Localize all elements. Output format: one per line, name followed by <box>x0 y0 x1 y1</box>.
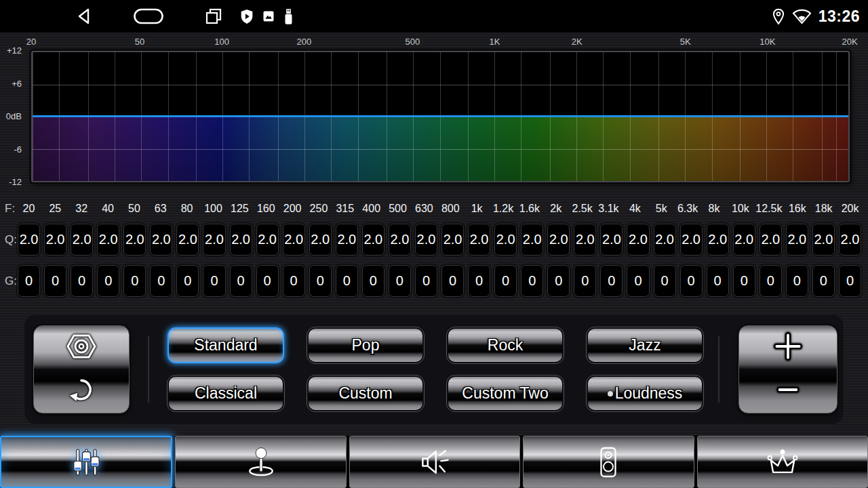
q-value-box[interactable]: 2.0 <box>71 224 93 256</box>
reset-icon <box>67 375 96 407</box>
tab-effects[interactable] <box>697 436 868 488</box>
gain-value-box[interactable]: 0 <box>707 265 729 297</box>
reset-button[interactable] <box>34 369 129 413</box>
gain-value-box[interactable]: 0 <box>203 265 225 297</box>
q-value-box[interactable]: 2.0 <box>627 224 649 256</box>
back-nav-icon[interactable] <box>76 7 92 25</box>
q-value-box[interactable]: 2.0 <box>839 224 861 256</box>
tab-volume[interactable] <box>349 436 520 488</box>
gain-value-box[interactable]: 0 <box>415 265 437 297</box>
gain-value-box[interactable]: 0 <box>176 265 199 297</box>
gain-value-box[interactable]: 0 <box>256 265 279 297</box>
q-value-box[interactable]: 2.0 <box>415 224 437 256</box>
q-value-box[interactable]: 2.0 <box>150 224 172 256</box>
bottom-tab-bar <box>0 436 868 488</box>
q-value-box[interactable]: 2.0 <box>707 224 729 256</box>
q-value-box[interactable]: 2.0 <box>203 224 225 256</box>
q-value-box[interactable]: 2.0 <box>44 224 66 256</box>
preset-button-pop[interactable]: Pop <box>307 327 424 363</box>
recents-nav-icon[interactable] <box>205 7 222 25</box>
gain-value-box[interactable]: 0 <box>389 265 411 297</box>
q-value-box[interactable]: 2.0 <box>176 224 199 256</box>
preset-button-rock[interactable]: Rock <box>447 327 564 363</box>
decrease-button[interactable] <box>739 369 837 413</box>
q-value-box[interactable]: 2.0 <box>389 224 411 256</box>
preset-button-jazz[interactable]: Jazz <box>587 327 703 363</box>
increase-button[interactable] <box>739 326 837 369</box>
gain-value-box[interactable]: 0 <box>839 265 861 297</box>
gain-value-box[interactable]: 0 <box>654 265 676 297</box>
gain-value-box[interactable]: 0 <box>123 265 146 297</box>
gain-value-box[interactable]: 0 <box>97 265 119 297</box>
q-value-box[interactable]: 2.0 <box>680 224 703 256</box>
gain-value-box[interactable]: 0 <box>547 265 570 297</box>
gain-value-box[interactable]: 0 <box>494 265 517 297</box>
preset-label: Custom Two <box>462 384 548 403</box>
q-value-box[interactable]: 2.0 <box>521 224 543 256</box>
gain-value-box[interactable]: 0 <box>812 265 835 297</box>
band-freq-label: 200 <box>281 199 304 218</box>
q-value-box[interactable]: 2.0 <box>362 224 384 256</box>
gain-value-box[interactable]: 0 <box>574 265 596 297</box>
preset-label: Rock <box>488 336 523 354</box>
gain-value-box[interactable]: 0 <box>18 265 40 297</box>
q-value-box[interactable]: 2.0 <box>733 224 755 256</box>
q-value-box[interactable]: 2.0 <box>574 224 596 256</box>
gain-value-box[interactable]: 0 <box>230 265 252 297</box>
band-freq-label: 630 <box>413 199 435 218</box>
gain-value-box[interactable]: 0 <box>283 265 305 297</box>
q-value-box[interactable]: 2.0 <box>468 224 490 256</box>
freq-scale-label: 20 <box>26 37 36 47</box>
hex-target-button[interactable] <box>34 326 129 369</box>
tab-equalizer[interactable] <box>0 436 172 488</box>
q-value-box[interactable]: 2.0 <box>123 224 146 256</box>
eq-curve-plot[interactable] <box>31 51 850 182</box>
gain-value-box[interactable]: 0 <box>680 265 703 297</box>
q-value-box[interactable]: 2.0 <box>547 224 570 256</box>
gain-step-button-group <box>738 325 837 413</box>
band-freq-label: 50 <box>123 199 145 218</box>
q-value-box[interactable]: 2.0 <box>309 224 332 256</box>
gain-value-box[interactable]: 0 <box>786 265 808 297</box>
band-freq-label: 4k <box>624 199 646 218</box>
tab-balance-fader[interactable] <box>175 436 346 488</box>
q-value-box[interactable]: 2.0 <box>654 224 676 256</box>
gain-value-box[interactable]: 0 <box>627 265 649 297</box>
gain-value-box[interactable]: 0 <box>600 265 623 297</box>
freq-scale-label: 1K <box>490 37 500 47</box>
gain-value-box[interactable]: 0 <box>44 265 66 297</box>
q-value-box[interactable]: 2.0 <box>283 224 305 256</box>
q-value-box[interactable]: 2.0 <box>336 224 358 256</box>
preset-button-custom[interactable]: Custom <box>307 375 424 411</box>
status-right: 13:26 <box>772 7 860 26</box>
q-value-box[interactable]: 2.0 <box>600 224 623 256</box>
q-value-box[interactable]: 2.0 <box>760 224 782 256</box>
gain-value-box[interactable]: 0 <box>336 265 358 297</box>
gain-value-box[interactable]: 0 <box>150 265 172 297</box>
tab-subwoofer[interactable] <box>523 436 694 488</box>
gain-value-box[interactable]: 0 <box>362 265 384 297</box>
preset-button-custom-two[interactable]: Custom Two <box>447 375 564 411</box>
q-value-box[interactable]: 2.0 <box>97 224 119 256</box>
band-freq-label: 125 <box>229 199 251 218</box>
gain-value-box[interactable]: 0 <box>309 265 332 297</box>
q-value-box[interactable]: 2.0 <box>786 224 808 256</box>
gain-value-box[interactable]: 0 <box>71 265 93 297</box>
home-nav-icon[interactable] <box>133 7 164 25</box>
q-value-box[interactable]: 2.0 <box>256 224 279 256</box>
preset-label: Custom <box>338 384 392 403</box>
preset-button-standard[interactable]: Standard <box>167 327 284 363</box>
gain-value-box[interactable]: 0 <box>468 265 490 297</box>
q-value-box[interactable]: 2.0 <box>812 224 835 256</box>
gain-value-box[interactable]: 0 <box>521 265 543 297</box>
q-value-box[interactable]: 2.0 <box>494 224 517 256</box>
q-value-box[interactable]: 2.0 <box>230 224 252 256</box>
gain-value-box[interactable]: 0 <box>760 265 782 297</box>
gain-value-box[interactable]: 0 <box>733 265 755 297</box>
gain-value-box[interactable]: 0 <box>441 265 464 297</box>
preset-button-classical[interactable]: Classical <box>167 375 284 411</box>
preset-button-loudness[interactable]: Loudness <box>587 375 703 411</box>
q-value-box[interactable]: 2.0 <box>441 224 464 256</box>
gain-value-row: G: 00000000000000000000000000000000 <box>0 265 868 297</box>
q-value-box[interactable]: 2.0 <box>18 224 40 256</box>
